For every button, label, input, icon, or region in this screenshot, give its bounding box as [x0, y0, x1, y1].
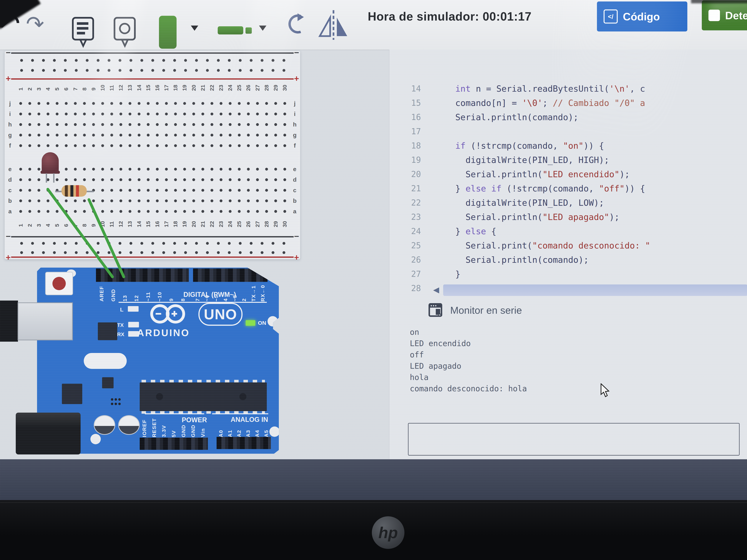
- row-letters: jihgf: [292, 98, 298, 151]
- rail-plus-mark: +: [294, 74, 299, 83]
- terminal-block-fj[interactable]: [16, 98, 289, 151]
- rail-minus-mark: −: [294, 232, 299, 241]
- code-line[interactable]: 16 Serial.println(comando);: [389, 110, 747, 124]
- stop-simulation-button[interactable]: Detener simulación: [702, 0, 747, 30]
- led-component[interactable]: [42, 152, 59, 175]
- power-pin-labels: IOREFRESET3.3V5VGNDGNDVin: [140, 423, 208, 437]
- usb-connector-end: [0, 300, 18, 342]
- led-leg: [46, 174, 47, 183]
- analog-divider: [212, 413, 268, 414]
- resistor-band: [70, 185, 73, 197]
- code-line[interactable]: 15 comando[n] = '\0'; // Cambiado "/0" a: [389, 96, 747, 110]
- power-jack: [16, 412, 81, 454]
- hp-logo: hp: [372, 516, 405, 549]
- brand-label: ARDUINO: [137, 327, 190, 338]
- digital-label: DIGITAL (PWM~): [183, 291, 236, 298]
- digital-pin-labels-left: AREFGND1312~11~1098: [96, 282, 189, 301]
- analog-label: ANALOG IN: [231, 416, 268, 424]
- scroll-left-icon[interactable]: ◀: [433, 285, 439, 294]
- rail-minus-mark: −: [294, 48, 299, 57]
- analog-header[interactable]: [216, 437, 271, 449]
- voltage-regulator: [62, 384, 82, 404]
- code-line[interactable]: 23 Serial.println("LED apagado");: [389, 210, 747, 224]
- serial-input[interactable]: [408, 423, 740, 456]
- color-swatch[interactable]: [159, 16, 177, 49]
- logo-plus-v: [174, 311, 175, 317]
- toolbar: ↶ ↷: [0, 0, 747, 50]
- power-header[interactable]: [140, 437, 208, 450]
- chip-dot: [156, 393, 163, 400]
- logo-minus: [156, 313, 161, 315]
- row-letters: edcba: [292, 164, 298, 217]
- resistor-band: [76, 185, 79, 197]
- flip-icon[interactable]: [317, 10, 350, 41]
- label-icon[interactable]: [113, 16, 137, 49]
- digital-divider: [119, 302, 267, 303]
- rotate-icon[interactable]: [283, 10, 305, 40]
- rail-negative-line-top: [11, 52, 294, 54]
- small-ic-chip: [98, 322, 117, 340]
- rail-plus-mark: +: [6, 253, 11, 262]
- mouse-cursor: [600, 383, 611, 398]
- led-l: [128, 306, 138, 312]
- rail-minus-mark: −: [6, 232, 11, 241]
- on-led: [246, 320, 255, 326]
- wire-style-end[interactable]: [246, 27, 252, 34]
- crystal-oscillator: [84, 353, 127, 369]
- power-rail-bottom[interactable]: [16, 239, 289, 256]
- small-component: [102, 377, 113, 388]
- code-line[interactable]: 22 digitalWrite(PIN_LED, LOW);: [389, 195, 747, 210]
- horizontal-scrollbar[interactable]: [443, 285, 747, 296]
- rail-plus-mark: +: [6, 74, 11, 83]
- chip-dot: [239, 393, 247, 400]
- led-bulb: [42, 152, 59, 172]
- code-line[interactable]: 17: [389, 124, 747, 138]
- code-line[interactable]: 25 Serial.print("comando desconocido: ": [389, 238, 747, 252]
- code-line[interactable]: 20 Serial.println("LED encendido");: [389, 167, 747, 181]
- code-line[interactable]: 24 } else {: [389, 224, 747, 238]
- wire-style-swatch[interactable]: [218, 26, 243, 34]
- simulator-time: Hora de simulador: 00:01:17: [368, 10, 532, 23]
- chip-legs: [141, 380, 265, 382]
- power-rail-top[interactable]: [16, 55, 289, 75]
- code-button[interactable]: </ Código: [597, 1, 687, 31]
- serial-monitor-title: Monitor en serie: [450, 304, 522, 316]
- analog-pin-labels: A0A1A2A3A4A5: [216, 423, 271, 437]
- mounting-hole: [269, 426, 280, 437]
- reset-button[interactable]: [45, 272, 73, 295]
- notes-icon[interactable]: [71, 16, 96, 49]
- undo-icon[interactable]: ↶: [0, 7, 20, 39]
- code-line[interactable]: 27 }: [389, 267, 747, 281]
- code-lines[interactable]: 14 int n = Serial.readBytesUntil('\n', c…: [389, 81, 747, 295]
- power-divider: [145, 413, 204, 414]
- code-line[interactable]: 19 digitalWrite(PIN_LED, HIGH);: [389, 153, 747, 167]
- code-line[interactable]: 21 } else if (!strcmp(comando, "off")) {: [389, 181, 747, 195]
- resistor-band: [65, 185, 68, 197]
- rail-positive-line-top: [11, 78, 294, 80]
- code-line[interactable]: 14 int n = Serial.readBytesUntil('\n', c: [389, 81, 747, 96]
- rx-label: RX: [117, 331, 124, 338]
- capacitor: [118, 415, 140, 435]
- wire-dropdown-icon[interactable]: [259, 26, 266, 31]
- digital-header-left[interactable]: [96, 268, 189, 282]
- digital-header-right[interactable]: [193, 268, 267, 282]
- serial-monitor-icon[interactable]: [428, 303, 443, 317]
- stop-button-label: Detener simulación: [725, 9, 747, 22]
- stop-icon: [709, 10, 720, 21]
- led-l-label: L: [120, 306, 123, 313]
- code-button-label: Código: [623, 10, 660, 23]
- code-line[interactable]: 18 if (!strcmp(comando, "on")) {: [389, 138, 747, 153]
- atmega-chip: [140, 382, 267, 411]
- redo-icon[interactable]: ↷: [26, 11, 44, 37]
- on-label: ON: [258, 320, 266, 326]
- rail-plus-mark: +: [294, 253, 299, 262]
- usb-connector: [18, 302, 73, 340]
- code-line[interactable]: 26 Serial.println(comando);: [389, 252, 747, 267]
- color-dropdown-icon[interactable]: [191, 26, 198, 31]
- mounting-hole: [91, 434, 101, 444]
- code-panel: 14 int n = Serial.readBytesUntil('\n', c…: [389, 50, 747, 459]
- model-label: UNO: [199, 303, 242, 326]
- laptop-photo: ↶ ↷: [0, 0, 747, 560]
- reset-button-cap: [52, 277, 66, 290]
- led-flange: [41, 171, 60, 174]
